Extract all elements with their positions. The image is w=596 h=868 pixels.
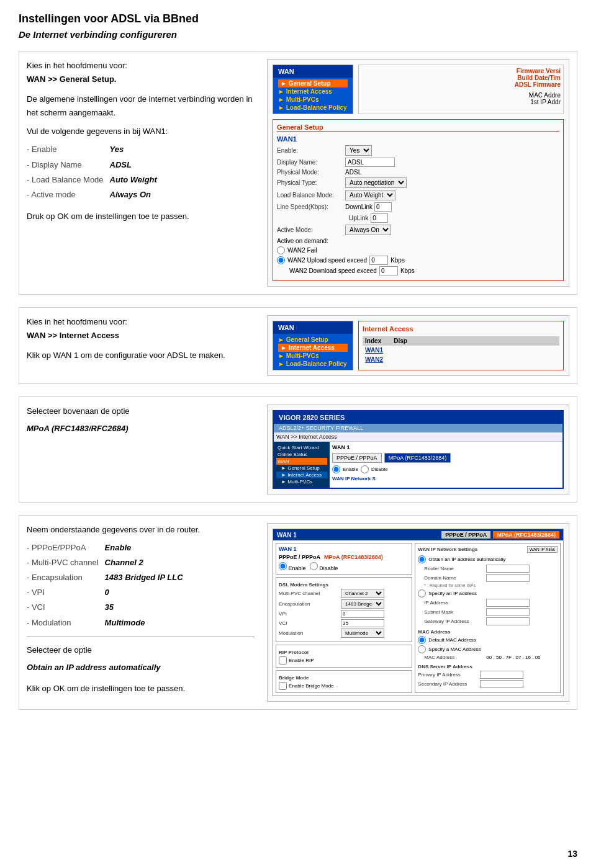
section2-instruction: Klik op WAN 1 om de configuratie voor AD… (27, 349, 255, 362)
vigor-ip-network-label: WAN IP Network S (332, 476, 560, 481)
physical-type-select[interactable]: Auto negotiation (345, 177, 407, 188)
active-mode-select[interactable]: Always On (345, 225, 391, 235)
nav2-load-balance[interactable]: ► Load-Balance Policy (278, 360, 348, 368)
nav-load-balance[interactable]: ► Load-Balance Policy (278, 104, 348, 112)
vigor-tab-mpoa[interactable]: MPoA (RFC1483/2684) (384, 453, 451, 463)
vigor-main: WAN 1 PPPoE / PPPoA MPoA (RFC1483/2684) … (330, 442, 562, 488)
fr-ip-row: IP Address (418, 599, 558, 607)
vsb-online-status[interactable]: Online Status (276, 451, 327, 458)
fr-specify-ip-label: Specify an IP address (428, 591, 477, 596)
fr-channel-label: Multi-PVC channel (279, 591, 341, 596)
fr-disable-label[interactable]: Disable (310, 562, 338, 571)
fr-mac-value: 00 . 50 . 7F . 07 . 16 . 06 (486, 655, 540, 660)
fr-rip-checkbox-group: Enable RIP (279, 656, 409, 664)
fr-domain-name-input[interactable] (486, 574, 530, 582)
fr-primary-dns-input[interactable] (480, 671, 523, 679)
fr-router-name-input[interactable] (486, 565, 530, 573)
fr-channel-select[interactable]: Channel 2 (341, 589, 384, 598)
nav-internet-access[interactable]: ► Internet Access (278, 87, 348, 96)
nav2-general-setup[interactable]: ► General Setup (278, 336, 348, 344)
fr-vpi-row: VPI (279, 610, 409, 618)
fr-right-col: WAN IP Network Settings WAN IP Alias Obt… (415, 543, 561, 693)
vigor-header: VIGOR 2820 SERIES (274, 411, 562, 424)
full-router-ui: WAN 1 PPPoE / PPPoA MPoA (RFC1483/2684) … (273, 529, 564, 696)
nav-general-setup[interactable]: ► General Setup (278, 79, 348, 87)
adsl-firmware-label: ADSL Firmware (361, 81, 561, 88)
router-header: WAN (273, 65, 353, 78)
aod-radio-fail[interactable] (277, 246, 285, 254)
vigor-enable-group: Enable Disable (332, 465, 560, 473)
fr-router-name-row: Router Name (418, 565, 558, 573)
fr-dsl-section: DSL Modem Settings Multi-PVC channel Cha… (276, 577, 412, 642)
section1-intro: Kies in het hoofdmenu voor: WAN >> Gener… (27, 59, 255, 86)
fr-ip-input[interactable] (486, 599, 530, 607)
fr-radio-row: Enable Disable (279, 562, 409, 571)
fr-obtain-auto-radio[interactable] (418, 555, 426, 563)
load-balance-select[interactable]: Auto Weight (345, 190, 395, 200)
fr-secondary-dns-input[interactable] (480, 680, 523, 688)
vsb-multi-pvcs-s3[interactable]: ► Multi-PVCs (276, 478, 327, 485)
build-date-label: Build Date/Tim (361, 74, 561, 81)
downlink-input[interactable] (374, 202, 392, 212)
fr-tab-pppoe[interactable]: PPPoE / PPPoA (441, 531, 490, 539)
fr-rip-checkbox[interactable] (279, 656, 287, 664)
fr-vpi-input[interactable] (341, 610, 384, 618)
fr-subnet-row: Subnet Mask (418, 608, 558, 616)
fr-rip-label: Enable RIP (289, 658, 314, 663)
fr-wan-ip-alias-btn[interactable]: WAN IP Alias (527, 546, 558, 553)
fr-enable-radio[interactable] (279, 562, 287, 570)
fr-gateway-input[interactable] (486, 617, 530, 625)
fr-tab-mpoa[interactable]: MPoA (RFC1483/2684) (493, 531, 559, 539)
form-row-display-name: Display Name: (277, 158, 559, 167)
vsb-quick-start[interactable]: Quick Start Wizard (276, 444, 327, 451)
fr-disable-radio[interactable] (310, 562, 318, 570)
upload-speed-input[interactable] (369, 256, 388, 265)
router-header-2: WAN (273, 321, 353, 334)
vsb-general-setup-s3[interactable]: ► General Setup (276, 465, 327, 472)
fr-mod-row: Modulation Multimode (279, 629, 409, 638)
fr-wan-ip-header: WAN IP Network Settings WAN IP Alias (418, 546, 558, 553)
vsb-wan[interactable]: WAN (276, 458, 327, 465)
fr-vci-input[interactable] (341, 619, 384, 627)
fr-subnet-input[interactable] (486, 608, 530, 616)
wan1-link[interactable]: WAN1 (365, 347, 383, 354)
vsb-internet-access-s3[interactable]: ► Internet Access (276, 472, 327, 478)
page-title: Instellingen voor ADSL via BBned (19, 12, 577, 25)
fr-encap-select[interactable]: 1483 Bridged IP LLC (341, 599, 384, 609)
section-internet-access: Kies in het hoofdmenu voor: WAN >> Inter… (19, 307, 577, 384)
section1-left: Kies in het hoofdmenu voor: WAN >> Gener… (27, 59, 255, 287)
section4-extra-intro: Selecteer de optie (27, 643, 255, 657)
vigor-enable-radio[interactable] (332, 465, 340, 473)
fr-primary-dns-row: Primary IP Address (418, 671, 558, 679)
fr-specify-ip-radio[interactable] (418, 589, 426, 597)
enable-select[interactable]: Yes (345, 145, 372, 156)
fr-mod-label: Modulation (279, 630, 341, 636)
wan2-link[interactable]: WAN2 (365, 356, 383, 363)
mac-label: MAC Addre (361, 92, 561, 99)
fr-enable-label[interactable]: Enable (279, 562, 306, 571)
vigor-breadcrumb: WAN >> Internet Access (274, 432, 562, 442)
firmware-version-label: Firmware Versi (361, 68, 561, 74)
display-name-input[interactable] (345, 158, 395, 167)
field4-mod: - Modulation Multimode (27, 615, 189, 630)
nav2-internet-access[interactable]: ► Internet Access (278, 344, 348, 352)
fr-default-mac-radio[interactable] (418, 636, 426, 644)
fr-specify-mac-radio[interactable] (418, 645, 426, 653)
fr-vpi-label: VPI (279, 611, 341, 617)
vigor-disable-radio[interactable] (361, 465, 369, 473)
router-ui-general: WAN ► General Setup ► Internet Access ► … (273, 65, 353, 114)
field-display-name: - Display Name ADSL (27, 158, 163, 172)
form-row-uplink: UpLink (277, 213, 559, 223)
aod-radio-upload[interactable] (277, 256, 285, 264)
firmware-info: Firmware Versi Build Date/Tim ADSL Firmw… (358, 65, 564, 114)
nav-multi-pvcs[interactable]: ► Multi-PVCs (278, 96, 348, 104)
fr-left-col: WAN 1 PPPoE / PPPoA MPoA (RFC1483/2684) … (276, 543, 412, 693)
fr-mod-select[interactable]: Multimode (341, 629, 384, 638)
section1-right: WAN ► General Setup ► Internet Access ► … (267, 59, 569, 287)
download-speed-input[interactable] (379, 266, 398, 275)
vigor-tab-pppoe[interactable]: PPPoE / PPPoA (332, 453, 382, 463)
nav2-multi-pvcs[interactable]: ► Multi-PVCs (278, 352, 348, 360)
section4-right: WAN 1 PPPoE / PPPoA MPoA (RFC1483/2684) … (267, 523, 569, 702)
fr-bridge-checkbox[interactable] (279, 682, 287, 690)
uplink-input[interactable] (371, 213, 388, 223)
